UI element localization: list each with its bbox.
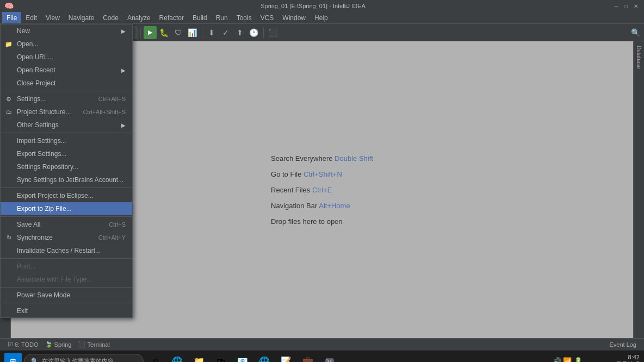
- separator-5: [1, 258, 132, 259]
- taskbar-search-icon: 🔍: [31, 358, 39, 362]
- menu-exit[interactable]: Exit: [1, 304, 132, 317]
- menu-invalidate-caches[interactable]: Invalidate Caches / Restart...: [1, 244, 132, 257]
- menu-edit[interactable]: Edit: [21, 12, 41, 23]
- menu-export-zip-label: Export to Zip File...: [17, 205, 72, 213]
- menu-vcs[interactable]: VCS: [256, 12, 278, 23]
- window-title: Spring_01 [E:\Spring_01] - IntelliJ IDEA: [14, 3, 612, 9]
- recent-files-hint: Recent Files Ctrl+E: [271, 186, 332, 194]
- menu-invalidate-caches-label: Invalidate Caches / Restart...: [17, 247, 101, 254]
- todo-button[interactable]: ☑ 6: TODO: [4, 341, 42, 348]
- menu-build[interactable]: Build: [188, 12, 212, 23]
- menu-save-all-label: Save All: [17, 221, 40, 228]
- menu-import-settings-label: Import Settings...: [17, 137, 66, 145]
- separator-3: [1, 188, 132, 188]
- menu-tools[interactable]: Tools: [232, 12, 256, 23]
- profile-button[interactable]: 📊: [186, 26, 199, 39]
- menu-analyze[interactable]: Analyze: [123, 12, 155, 23]
- vcs-commit-button[interactable]: ✓: [219, 26, 232, 39]
- menu-file[interactable]: File: [2, 12, 21, 23]
- taskbar-icon-explorer[interactable]: 📁: [189, 352, 209, 363]
- menu-import-settings[interactable]: Import Settings...: [1, 134, 132, 147]
- vcs-update-button[interactable]: ⬇: [205, 26, 218, 39]
- menu-settings-repository-label: Settings Repository...: [17, 163, 78, 171]
- debug-button[interactable]: 🐛: [158, 26, 171, 39]
- database-panel-button[interactable]: Database: [635, 41, 643, 73]
- welcome-panel: Search Everywhere Double Shift Go to Fil…: [271, 154, 373, 226]
- event-log-label: Event Log: [609, 341, 636, 348]
- taskbar: ⊞ 🔍 在这里输入你要搜索的内容 ⧉ 🌐 📁 🛍 📧 🌐 📝 💼 🎮 🔊 📶 🔋…: [0, 350, 644, 362]
- search-everywhere-label: Search Everywhere: [271, 154, 335, 163]
- menu-export-eclipse-label: Export Project to Eclipse...: [17, 192, 94, 199]
- menu-save-all[interactable]: Save All Ctrl+S: [1, 218, 132, 231]
- menu-other-settings[interactable]: Other Settings ▶: [1, 118, 132, 132]
- menu-settings-label: Settings...: [17, 95, 46, 103]
- menu-refactor[interactable]: Refactor: [155, 12, 188, 23]
- menu-new[interactable]: New ▶: [1, 24, 132, 38]
- taskbar-icon-app3[interactable]: 🎮: [320, 352, 339, 363]
- settings-shortcut: Ctrl+Alt+S: [98, 96, 126, 102]
- menu-open[interactable]: 📁 Open...: [1, 38, 132, 51]
- menu-close-project-label: Close Project: [17, 79, 55, 87]
- spring-button[interactable]: 🍃 Spring: [42, 341, 75, 348]
- menu-open-recent[interactable]: Open Recent ▶: [1, 64, 132, 77]
- title-bar: 🧠 Spring_01 [E:\Spring_01] - IntelliJ ID…: [0, 0, 644, 12]
- menu-sync-settings[interactable]: Sync Settings to JetBrains Account...: [1, 173, 132, 186]
- menu-settings[interactable]: ⚙ Settings... Ctrl+Alt+S: [1, 92, 132, 105]
- synchronize-shortcut: Ctrl+Alt+Y: [98, 234, 126, 241]
- vcs-push-button[interactable]: ⬆: [233, 26, 246, 39]
- menu-project-structure[interactable]: 🗂 Project Structure... Ctrl+Alt+Shift+S: [1, 105, 132, 118]
- minimize-button[interactable]: ─: [612, 2, 620, 10]
- menu-export-zip[interactable]: Export to Zip File...: [1, 202, 132, 215]
- goto-file-hint: Go to File Ctrl+Shift+N: [271, 170, 342, 178]
- separator-7: [1, 303, 132, 303]
- run-icon: ▶: [148, 29, 152, 36]
- taskbar-icon-app1[interactable]: 📝: [276, 352, 296, 363]
- taskbar-icon-edge[interactable]: 🌐: [168, 352, 187, 363]
- taskbar-icon-app2[interactable]: 💼: [298, 352, 318, 363]
- terminal-button[interactable]: ⬛: [267, 26, 280, 39]
- terminal-icon: ⬛: [78, 341, 85, 348]
- menu-synchronize[interactable]: ↻ Synchronize Ctrl+Alt+Y: [1, 231, 132, 244]
- menu-power-save[interactable]: Power Save Mode: [1, 289, 132, 302]
- right-sidebar: Database: [633, 41, 644, 338]
- start-button[interactable]: ⊞: [4, 353, 22, 363]
- open-recent-arrow: ▶: [121, 67, 126, 73]
- settings-icon: ⚙: [4, 96, 14, 103]
- menu-print: Print...: [1, 260, 132, 273]
- menu-view[interactable]: View: [41, 12, 64, 23]
- menu-window[interactable]: Window: [278, 12, 310, 23]
- search-everywhere-button[interactable]: 🔍: [629, 26, 642, 39]
- taskbar-icon-store[interactable]: 🛍: [211, 352, 231, 363]
- menu-export-settings[interactable]: Export Settings...: [1, 147, 132, 160]
- terminal-button-status[interactable]: ⬛ Terminal: [75, 341, 113, 348]
- menu-settings-repository[interactable]: Settings Repository...: [1, 160, 132, 173]
- taskbar-icon-browser[interactable]: 🌐: [255, 352, 274, 363]
- coverage-button[interactable]: 🛡: [172, 26, 185, 39]
- separator-2: [1, 133, 132, 133]
- drop-files-hint: Drop files here to open: [271, 217, 343, 226]
- toolbar-separator-6: [263, 27, 264, 38]
- menu-export-eclipse[interactable]: Export Project to Eclipse...: [1, 189, 132, 202]
- taskbar-icon-mail[interactable]: 📧: [233, 352, 252, 363]
- open-icon: 📁: [4, 41, 14, 48]
- menu-close-project[interactable]: Close Project: [1, 77, 132, 90]
- spring-icon: 🍃: [45, 341, 53, 348]
- nav-bar-hint: Navigation Bar Alt+Home: [271, 202, 350, 210]
- tray-time: 8:42 2021/1/9/9 元旦快乐: [586, 354, 640, 362]
- close-button[interactable]: ✕: [632, 2, 640, 10]
- taskview-button[interactable]: ⧉: [146, 352, 165, 363]
- taskbar-search[interactable]: 🔍 在这里输入你要搜索的内容: [24, 354, 144, 363]
- vcs-history-button[interactable]: 🕐: [247, 26, 261, 39]
- run-button[interactable]: ▶: [144, 26, 157, 39]
- menu-run[interactable]: Run: [212, 12, 232, 23]
- search-everywhere-hint: Search Everywhere Double Shift: [271, 154, 373, 163]
- event-log-button[interactable]: Event Log: [606, 341, 640, 348]
- spring-label: Spring: [54, 341, 72, 348]
- menu-code[interactable]: Code: [98, 12, 123, 23]
- menu-open-url[interactable]: Open URL...: [1, 51, 132, 64]
- menu-sync-settings-label: Sync Settings to JetBrains Account...: [17, 176, 123, 184]
- menu-help[interactable]: Help: [310, 12, 332, 23]
- toolbar-separator-4: [140, 27, 141, 38]
- maximize-button[interactable]: □: [622, 2, 630, 10]
- menu-navigate[interactable]: Navigate: [64, 12, 98, 23]
